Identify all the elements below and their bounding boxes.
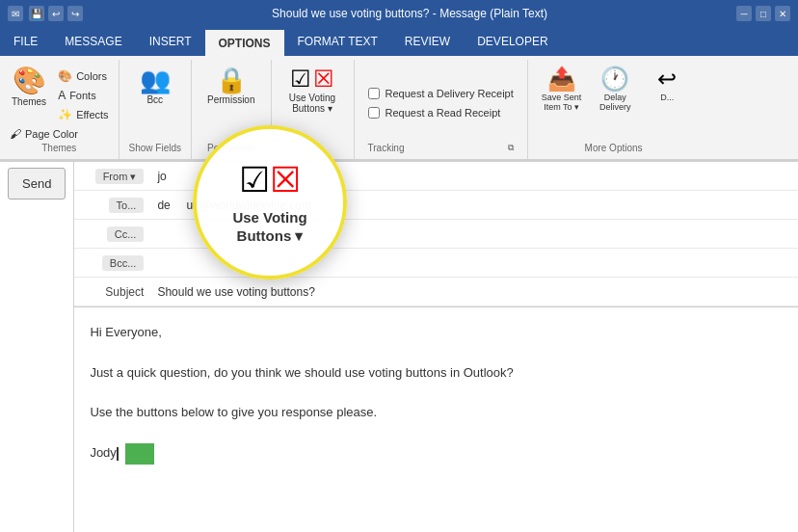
bcc-field-button[interactable]: Bcc... — [74, 256, 151, 270]
save-sent-label: Save SentItem To ▾ — [542, 93, 582, 112]
direct-replies-button[interactable]: ↩ D... — [643, 64, 691, 106]
window-title: Should we use voting buttons? - Message … — [272, 7, 547, 20]
minimize-button[interactable]: ─ — [736, 6, 752, 21]
effects-button[interactable]: ✨ Effects — [54, 106, 112, 123]
from-label: From ▾ — [95, 169, 145, 184]
body-line-3: Just a quick question, do you think we s… — [90, 363, 783, 384]
undo-icon[interactable]: ↩ — [48, 6, 64, 21]
quick-access-toolbar: 💾 ↩ ↪ — [29, 6, 83, 21]
voting-icon: ☑☒ — [290, 67, 334, 91]
bcc-icon: 👥 — [140, 67, 171, 93]
read-receipt-row: Request a Read Receipt — [368, 107, 514, 119]
direct-replies-label: D... — [660, 93, 674, 102]
save-sent-item-button[interactable]: 📤 Save SentItem To ▾ — [536, 64, 588, 116]
themes-icon: 🎨 — [13, 67, 46, 94]
tab-file[interactable]: FILE — [0, 27, 51, 56]
more-options-group: 📤 Save SentItem To ▾ 🕐 DelayDelivery ↩ D… — [528, 60, 700, 159]
permission-label: Permission — [207, 94, 254, 105]
cc-row: Cc... — [74, 220, 798, 249]
themes-group-label: Themes — [6, 143, 113, 155]
send-button[interactable]: Send — [8, 168, 66, 200]
outlook-icon: ✉ — [8, 6, 23, 21]
to-row: To... — [74, 191, 798, 220]
save-sent-icon: 📤 — [547, 67, 576, 91]
body-line-7: Jody — [90, 445, 116, 460]
title-bar: ✉ 💾 ↩ ↪ Should we use voting buttons? - … — [0, 0, 798, 27]
delay-delivery-label: DelayDelivery — [599, 93, 631, 112]
cc-label: Cc... — [107, 226, 145, 242]
tab-options[interactable]: OPTIONS — [205, 27, 284, 56]
from-dropdown[interactable]: From ▾ — [74, 170, 151, 183]
delivery-receipt-row: Request a Delivery Receipt — [368, 88, 514, 99]
tracking-group: Request a Delivery Receipt Request a Rea… — [355, 60, 528, 159]
bcc-row: Bcc... — [74, 249, 798, 278]
page-color-label: Page Color — [25, 128, 78, 140]
direct-replies-icon: ↩ — [657, 67, 677, 91]
colors-icon: 🎨 — [58, 69, 72, 83]
fonts-button[interactable]: A Fonts — [54, 87, 112, 104]
message-body[interactable]: Hi Everyone, Just a quick question, do y… — [74, 307, 798, 532]
text-cursor — [117, 447, 119, 461]
bcc-label: Bcc — [146, 94, 163, 105]
voting-circle-label: Use VotingButtons ▾ — [232, 208, 306, 246]
voting-overlay: ☑☒ Use VotingButtons ▾ — [193, 125, 347, 279]
tab-developer[interactable]: DEVELOPER — [464, 27, 561, 56]
bcc-button[interactable]: 👥 Bcc — [133, 64, 176, 109]
to-button[interactable]: To... — [74, 199, 151, 212]
app-window: ✉ 💾 ↩ ↪ Should we use voting buttons? - … — [0, 0, 798, 532]
cc-button[interactable]: Cc... — [74, 227, 151, 241]
subject-input[interactable] — [151, 285, 798, 299]
colors-label: Colors — [76, 70, 107, 82]
from-row: From ▾ — [74, 162, 798, 191]
use-voting-buttons-button[interactable]: ☑☒ Use VotingButtons ▾ — [281, 64, 344, 118]
themes-button[interactable]: 🎨 Themes — [6, 64, 52, 111]
tab-bar: FILE MESSAGE INSERT OPTIONS FORMAT TEXT … — [0, 27, 798, 56]
fields-area: From ▾ To... Cc... — [74, 162, 798, 307]
fonts-icon: A — [58, 89, 66, 102]
tab-message[interactable]: MESSAGE — [51, 27, 135, 56]
delay-delivery-button[interactable]: 🕐 DelayDelivery — [591, 64, 639, 116]
body-line-5: Use the buttons below to give you respon… — [90, 403, 783, 423]
effects-icon: ✨ — [58, 108, 72, 121]
title-bar-left: ✉ 💾 ↩ ↪ — [8, 6, 83, 21]
save-icon[interactable]: 💾 — [29, 6, 44, 21]
themes-sub-buttons: 🎨 Colors A Fonts ✨ Effects — [54, 67, 112, 123]
to-label: To... — [109, 198, 145, 213]
tab-review[interactable]: REVIEW — [391, 27, 464, 56]
tab-insert[interactable]: INSERT — [136, 27, 205, 56]
read-receipt-checkbox[interactable] — [368, 107, 380, 119]
bcc-field-label: Bcc... — [102, 255, 145, 271]
more-options-label: More Options — [536, 143, 692, 155]
tracking-expand-icon[interactable]: ⧉ — [508, 143, 514, 155]
body-signature: Jody — [90, 443, 783, 465]
checkmark-icon: ☑ — [239, 160, 270, 200]
tab-format-text[interactable]: FORMAT TEXT — [284, 27, 391, 56]
themes-label: Themes — [12, 96, 46, 107]
voting-circle-icons: ☑☒ — [239, 160, 301, 200]
redo-icon[interactable]: ↪ — [67, 6, 83, 21]
page-color-icon: 🖌 — [10, 127, 21, 141]
maximize-button[interactable]: □ — [756, 6, 771, 21]
tracking-label: Tracking — [368, 143, 405, 155]
effects-label: Effects — [76, 109, 108, 120]
delivery-receipt-label: Request a Delivery Receipt — [386, 88, 514, 99]
voting-label: Use VotingButtons ▾ — [289, 93, 335, 114]
colors-button[interactable]: 🎨 Colors — [54, 67, 112, 85]
subject-row: Subject — [74, 278, 798, 306]
ribbon-content: 🎨 Themes 🎨 Colors A Fonts ✨ — [0, 56, 798, 161]
close-button[interactable]: ✕ — [775, 6, 790, 21]
permission-icon: 🔒 — [216, 67, 247, 93]
voting-circle[interactable]: ☑☒ Use VotingButtons ▾ — [193, 125, 347, 279]
body-line-1: Hi Everyone, — [90, 323, 783, 343]
show-fields-group: 👥 Bcc Show Fields — [120, 60, 192, 159]
compose-area: Send From ▾ To... — [0, 162, 798, 532]
compose-fields: From ▾ To... Cc... — [74, 162, 798, 532]
x-mark-icon: ☒ — [270, 160, 301, 200]
permission-button[interactable]: 🔒 Permission — [201, 64, 260, 109]
delay-delivery-icon: 🕐 — [600, 67, 629, 91]
page-color-button[interactable]: 🖌 Page Color — [6, 125, 82, 143]
read-receipt-label: Request a Read Receipt — [386, 107, 501, 119]
fonts-label: Fonts — [69, 90, 96, 101]
subject-label: Subject — [74, 285, 151, 299]
delivery-receipt-checkbox[interactable] — [368, 88, 380, 99]
